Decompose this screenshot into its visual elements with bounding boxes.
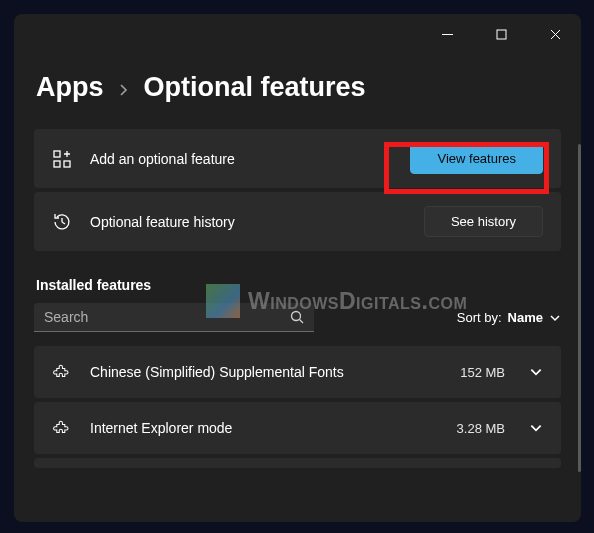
svg-rect-4	[54, 151, 60, 157]
optional-feature-history-card: Optional feature history See history	[34, 192, 561, 251]
feature-size: 152 MB	[460, 365, 505, 380]
svg-line-12	[300, 320, 304, 324]
feature-row-partial	[34, 458, 561, 468]
page-title: Optional features	[144, 72, 366, 103]
see-history-button[interactable]: See history	[424, 206, 543, 237]
feature-name: Internet Explorer mode	[90, 420, 439, 436]
sort-by-label: Sort by:	[457, 310, 502, 325]
feature-row[interactable]: Chinese (Simplified) Supplemental Fonts …	[34, 346, 561, 398]
titlebar	[14, 14, 581, 54]
breadcrumb-parent[interactable]: Apps	[36, 72, 104, 103]
chevron-down-icon	[529, 365, 543, 379]
puzzle-icon	[52, 418, 72, 438]
chevron-right-icon	[118, 72, 130, 103]
window-minimize-button[interactable]	[425, 19, 469, 49]
sort-by-value: Name	[508, 310, 543, 325]
add-optional-feature-card: Add an optional feature View features	[34, 129, 561, 188]
svg-rect-6	[64, 161, 70, 167]
minimize-icon	[442, 29, 453, 40]
view-features-button[interactable]: View features	[410, 143, 543, 174]
settings-window: Apps Optional features Add an optional f…	[14, 14, 581, 522]
chevron-down-icon	[529, 421, 543, 435]
add-feature-label: Add an optional feature	[90, 151, 392, 167]
feature-row[interactable]: Internet Explorer mode 3.28 MB	[34, 402, 561, 454]
breadcrumb: Apps Optional features	[14, 54, 581, 129]
search-input-wrapper[interactable]	[34, 303, 314, 332]
window-maximize-button[interactable]	[479, 19, 523, 49]
svg-point-11	[292, 312, 301, 321]
scrollbar[interactable]	[578, 144, 581, 472]
history-label: Optional feature history	[90, 214, 406, 230]
puzzle-icon	[52, 362, 72, 382]
close-icon	[550, 29, 561, 40]
history-icon	[52, 212, 72, 232]
add-feature-icon	[52, 149, 72, 169]
window-close-button[interactable]	[533, 19, 577, 49]
content-area: Add an optional feature View features Op…	[14, 129, 581, 468]
search-icon	[290, 310, 304, 324]
maximize-icon	[496, 29, 507, 40]
svg-rect-5	[54, 161, 60, 167]
installed-features-heading: Installed features	[36, 277, 561, 293]
feature-size: 3.28 MB	[457, 421, 505, 436]
chevron-down-icon	[549, 312, 561, 324]
feature-name: Chinese (Simplified) Supplemental Fonts	[90, 364, 442, 380]
sort-by-button[interactable]: Sort by: Name	[457, 310, 561, 325]
svg-rect-1	[497, 30, 506, 39]
search-sort-row: Sort by: Name	[34, 303, 561, 332]
search-input[interactable]	[44, 309, 290, 325]
svg-line-10	[62, 222, 65, 224]
